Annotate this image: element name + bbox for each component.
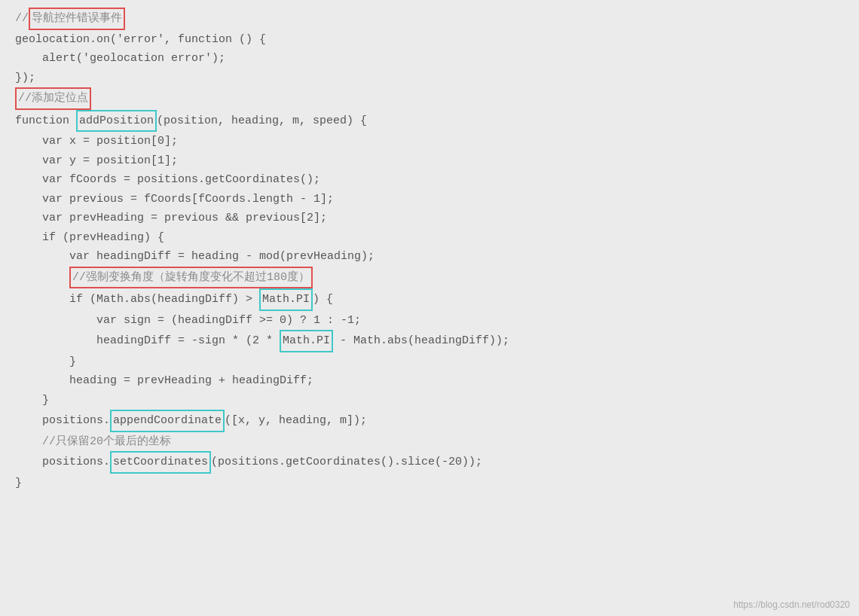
code-line-17: headingDiff = -sign * (2 * Math.PI - Mat… (15, 330, 844, 352)
code-line-19: heading = prevHeading + headingDiff; (15, 371, 844, 391)
comment-prefix-1: // (15, 9, 29, 29)
line-text-19: heading = prevHeading + headingDiff; (15, 371, 313, 391)
line-text-2: geolocation.on('error', function () { (15, 30, 266, 50)
set-coords-highlight: setCoordinates (110, 451, 211, 474)
line-15-suffix: ) { (313, 290, 333, 310)
line-text-13: var headingDiff = heading - mod(prevHead… (15, 247, 374, 267)
code-line-24: } (15, 474, 844, 493)
line-text-3: alert('geolocation error'); (15, 49, 225, 69)
indent-14 (15, 268, 69, 288)
code-line-14: //强制变换角度（旋转角度变化不超过180度） (15, 267, 844, 289)
comment-22: //只保留20个最后的坐标 (15, 432, 171, 452)
line-text-4: }); (15, 69, 35, 88)
code-line-23: positions.setCoordinates(positions.getCo… (15, 451, 844, 474)
code-line-15: if (Math.abs(headingDiff) > Math.PI) { (15, 288, 844, 311)
code-container: //导航控件错误事件 geolocation.on('error', funct… (0, 0, 859, 616)
code-line-5: //添加定位点 (15, 87, 844, 110)
line-text-12: if (prevHeading) { (15, 228, 164, 248)
line-17-suffix: - Math.abs(headingDiff)); (333, 331, 509, 351)
line-text-7: var x = position[0]; (15, 132, 178, 151)
function-name-highlight: addPosition (76, 110, 157, 133)
comment-highlight-14: //强制变换角度（旋转角度变化不超过180度） (69, 267, 313, 289)
function-params: (position, heading, m, speed) { (157, 111, 367, 131)
line-text-24: } (15, 474, 22, 493)
line-23-suffix: (positions.getCoordinates().slice(-20)); (211, 453, 482, 472)
line-text-8: var y = position[1]; (15, 151, 178, 171)
comment-highlight-1: 导航控件错误事件 (29, 8, 125, 30)
code-line-20: } (15, 391, 844, 410)
math-pi-highlight-15: Math.PI (259, 288, 313, 311)
code-line-6: function addPosition(position, heading, … (15, 110, 844, 133)
math-pi-highlight-17: Math.PI (280, 330, 333, 352)
append-coord-highlight: appendCoordinate (110, 410, 225, 432)
line-text-20: } (15, 391, 49, 410)
code-line-22: //只保留20个最后的坐标 (15, 432, 844, 452)
code-line-7: var x = position[0]; (15, 132, 844, 151)
line-text-16: var sign = (headingDiff >= 0) ? 1 : -1; (15, 311, 361, 331)
line-text-18: } (15, 352, 76, 372)
code-line-3: alert('geolocation error'); (15, 49, 844, 69)
code-line-18: } (15, 352, 844, 372)
code-line-9: var fCoords = positions.getCoordinates()… (15, 170, 844, 190)
keyword-function: function (15, 111, 76, 131)
code-line-16: var sign = (headingDiff >= 0) ? 1 : -1; (15, 311, 844, 331)
line-15-prefix: if (Math.abs(headingDiff) > (15, 290, 259, 310)
code-line-4: }); (15, 69, 844, 88)
line-21-suffix: ([x, y, heading, m]); (225, 411, 367, 431)
code-line-13: var headingDiff = heading - mod(prevHead… (15, 247, 844, 267)
code-line-1: //导航控件错误事件 (15, 8, 844, 30)
line-text-9: var fCoords = positions.getCoordinates()… (15, 170, 320, 190)
code-line-21: positions.appendCoordinate([x, y, headin… (15, 410, 844, 432)
code-line-10: var previous = fCoords[fCoords.length - … (15, 190, 844, 209)
line-text-11: var prevHeading = previous && previous[2… (15, 209, 327, 228)
line-text-10: var previous = fCoords[fCoords.length - … (15, 190, 334, 209)
code-line-2: geolocation.on('error', function () { (15, 30, 844, 50)
line-17-prefix: headingDiff = -sign * (2 * (15, 331, 280, 351)
code-line-12: if (prevHeading) { (15, 228, 844, 248)
line-23-prefix: positions. (15, 453, 110, 472)
watermark: https://blog.csdn.net/rod0320 (733, 599, 850, 610)
line-21-prefix: positions. (15, 411, 110, 431)
code-line-8: var y = position[1]; (15, 151, 844, 171)
code-line-11: var prevHeading = previous && previous[2… (15, 209, 844, 228)
comment-highlight-5: //添加定位点 (15, 87, 91, 110)
